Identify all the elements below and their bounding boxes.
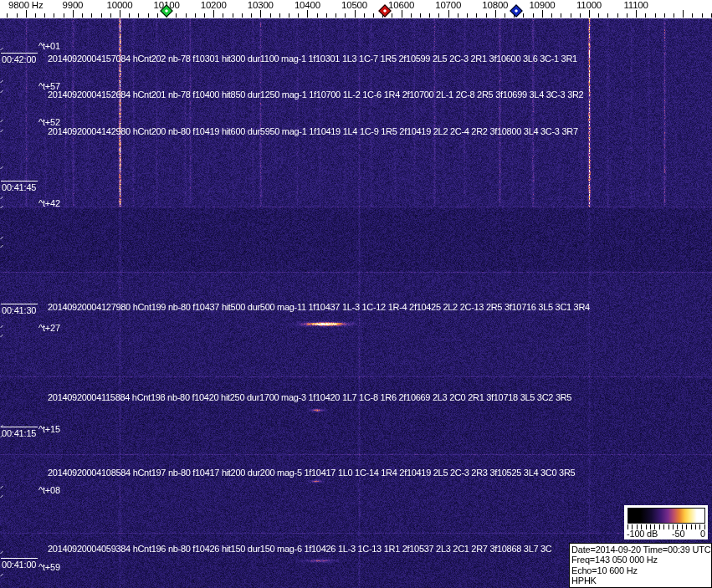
info-box: Date=2014-09-20 Time=00:39 UTC Freq=143 … bbox=[569, 543, 712, 588]
overlay-layer: 00:42:0000:41:4500:41:3000:41:1500:41:00… bbox=[0, 0, 712, 588]
colorbar-label-mid: -50 bbox=[672, 529, 684, 539]
time-label: 00:41:15 bbox=[1, 427, 38, 438]
info-line-station: HPHK bbox=[571, 575, 711, 585]
time-label: 00:41:30 bbox=[1, 304, 38, 315]
time-offset-label: ^t+01 bbox=[38, 41, 60, 51]
time-offset-label: ^t+15 bbox=[38, 424, 60, 434]
spectrogram-app: 9800 Hz990010000101001020010300104001050… bbox=[0, 0, 712, 588]
echo-event-log-line: 20140920004152684 hCnt201 nb-78 f10400 h… bbox=[48, 89, 583, 100]
time-offset-label: ^t+42 bbox=[38, 198, 60, 208]
colorbar-label-max: 0 bbox=[700, 529, 705, 539]
time-offset-label: ^t+08 bbox=[38, 485, 60, 495]
time-offset-label: ^t+27 bbox=[38, 323, 60, 333]
time-offset-label: ^t+59 bbox=[38, 562, 60, 572]
echo-event-log-line: 20140920004108584 hCnt197 nb-80 f10417 h… bbox=[48, 468, 575, 478]
info-line-freq: Freq=143 050 000 Hz bbox=[571, 555, 711, 565]
echo-event-log-line: 20140920004142980 hCnt200 nb-80 f10419 h… bbox=[48, 126, 578, 136]
info-line-date: Date=2014-09-20 Time=00:39 UTC bbox=[571, 545, 711, 555]
time-label: 00:42:00 bbox=[1, 53, 38, 64]
colorbar-labels: -100 dB -50 0 bbox=[624, 529, 708, 539]
echo-event-log-line: 20140920004059384 hCnt196 nb-80 f10426 h… bbox=[48, 544, 552, 554]
echo-event-log-line: 20140920004115884 hCnt198 nb-80 f10420 h… bbox=[48, 392, 571, 402]
time-label: 00:41:00 bbox=[1, 558, 38, 570]
echo-event-log-line: 20140920004127980 hCnt199 nb-80 f10437 h… bbox=[48, 302, 590, 312]
echo-event-log-line: 20140920004157084 hCnt202 nb-78 f10301 h… bbox=[48, 54, 577, 64]
colorbar-label-min: -100 dB bbox=[627, 529, 658, 539]
colorbar: -100 dB -50 0 bbox=[624, 505, 708, 539]
time-label: 00:41:45 bbox=[1, 181, 38, 192]
colorbar-gradient bbox=[627, 508, 705, 524]
info-line-echo: Echo=10 600 Hz bbox=[571, 565, 711, 575]
